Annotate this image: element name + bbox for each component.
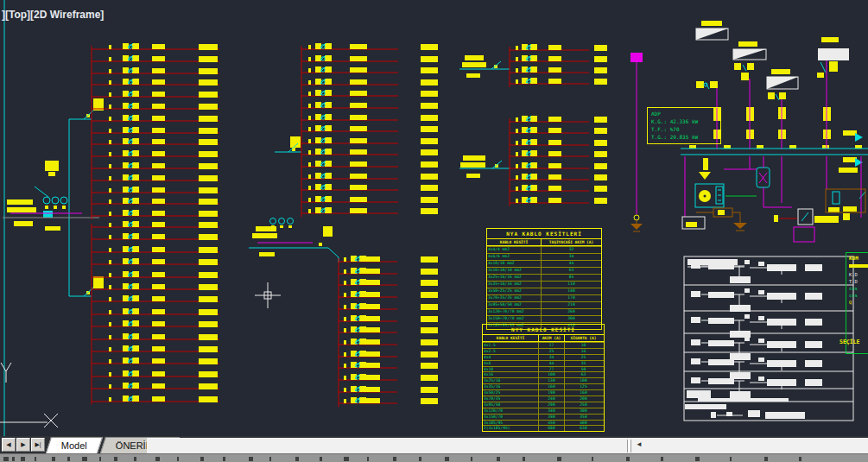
- table-row: 3x185/95450400: [483, 420, 604, 426]
- table-cell: 3x120/70: [483, 408, 538, 414]
- clipped-command-text: [497, 457, 500, 461]
- crosshair-cursor[interactable]: [255, 282, 281, 308]
- table-row: 4x43425: [483, 354, 604, 360]
- tab-scroll-button[interactable]: ▶|: [31, 438, 45, 452]
- komp-line: K.D: [849, 271, 868, 278]
- clipped-command-text: [661, 457, 663, 461]
- table-row: 3x95/50290250: [483, 402, 604, 408]
- table-row: 4x107750: [483, 366, 604, 372]
- ucs-icon: [0, 363, 58, 427]
- panel-dp-right-bottom: [510, 116, 607, 206]
- komp-line: cos: [849, 292, 868, 299]
- clipped-command-text: [557, 457, 561, 461]
- table-row: 3x95+50/50 mm2210: [487, 301, 601, 308]
- clipped-command-text: [12, 457, 15, 461]
- table-row: 3x16+10/10 mm263: [487, 267, 601, 274]
- table-cell: 170: [541, 295, 601, 301]
- table-cell: 3x35/16: [483, 384, 538, 389]
- table-cell: 3x16+10/10 mm2: [487, 268, 541, 274]
- clipped-command-text: [764, 457, 768, 461]
- clipped-command-text: [393, 457, 396, 461]
- clipped-command-text: [155, 457, 160, 461]
- table-row: 4x1610063: [483, 371, 604, 377]
- table-row: 3x150+70/70 mm2300: [487, 315, 601, 322]
- table-cell: 16: [564, 349, 602, 354]
- scrollbar-thumb-edge[interactable]: [627, 440, 631, 453]
- table-row: 3x120/70340300: [483, 408, 604, 414]
- panel-dp-right-top: [510, 44, 607, 87]
- table-cell: 630: [564, 426, 602, 431]
- table-row: 3x35+16/16 mm2110: [487, 281, 601, 288]
- table-row: 3x50+25/25 mm2140: [487, 288, 601, 294]
- table-cell: 35: [564, 361, 602, 366]
- table-cell: 390: [538, 415, 564, 420]
- table-cell: 300: [564, 408, 602, 414]
- table-cell: 210: [541, 302, 601, 308]
- table-cell: 4x4: [483, 355, 538, 360]
- clipped-command-text: [344, 457, 349, 461]
- cable-table-nyy: NYY KABLO KESİTİ KABLO KESİTİAKIM (A)SİG…: [482, 324, 605, 432]
- clipped-command-text: [445, 457, 449, 461]
- cable-table-nya: NYA KABLO KESİTLERİ KABLO KESİTİTAŞIYACA…: [486, 228, 602, 330]
- table-cell: 350: [564, 415, 602, 420]
- viewport-label[interactable]: ][Top][2D Wireframe]: [2, 9, 104, 21]
- table-cell: 4x2.5: [483, 349, 538, 354]
- table-cell: 250: [564, 402, 602, 408]
- table-header: KABLO KESİTİTAŞIYACAĞI AKIM (A): [487, 239, 601, 246]
- table-cell: 4x6: [483, 361, 538, 366]
- clipped-command-text: [114, 457, 117, 461]
- table-cell: 10: [564, 343, 602, 348]
- table-row: 4x6/6 mm234: [487, 253, 601, 260]
- table-cell: 77: [538, 367, 564, 372]
- table-cell: 240: [538, 396, 564, 402]
- clipped-command-text: [367, 457, 369, 461]
- table-cell: 3x70/35: [483, 396, 538, 402]
- table-header: KABLO KESİTİAKIM (A)SİGORTA (A): [483, 335, 604, 342]
- clipped-command-text: [21, 457, 25, 461]
- tab-nav-buttons: ◀▶▶|: [2, 438, 45, 452]
- table-header-cell: AKIM (A): [538, 335, 564, 341]
- table-row: 3x70+35/35 mm2170: [487, 294, 601, 301]
- command-line-strip[interactable]: [0, 453, 868, 462]
- adp-line: K.G.: 42.336 kW: [651, 117, 720, 125]
- table-cell: 400: [564, 421, 602, 426]
- komp-line: cos: [849, 285, 868, 292]
- table-row: 3x25+16/16 mm285: [487, 274, 601, 281]
- table-cell: 85: [541, 275, 601, 281]
- horizontal-scrollbar[interactable]: ◄: [147, 438, 868, 453]
- table-cell: 680: [538, 426, 564, 431]
- scroll-left-arrow-icon[interactable]: ◄: [636, 440, 643, 448]
- tab-scroll-button[interactable]: ▶: [16, 438, 30, 452]
- table-cell: 110: [541, 282, 601, 288]
- drawing-area[interactable]: ][Top][2D Wireframe] ADP K.G.: 42.336 kW…: [0, 0, 868, 436]
- table-cell: 3x95+50/50 mm2: [487, 302, 541, 308]
- adp-line: T.G.: 29.835 kW: [651, 133, 720, 141]
- table-cell: 160: [538, 384, 564, 389]
- table-cell: 140: [541, 288, 601, 294]
- tab-model[interactable]: Model: [46, 437, 103, 453]
- table-cell: 25: [564, 355, 602, 360]
- table-row: 3x120+70/70 mm2260: [487, 308, 601, 315]
- table-row: 4x10/10 mm244: [487, 260, 601, 267]
- clipped-command-text: [695, 457, 700, 461]
- table-cell: 4x1.5: [483, 343, 538, 348]
- clipped-command-text: [82, 457, 87, 461]
- table-row: 3x70/35240200: [483, 396, 604, 402]
- table-cell: 63: [541, 268, 601, 274]
- table-row: 3x50/25190160: [483, 389, 604, 396]
- clipped-command-text: [471, 457, 472, 461]
- table-cell: 34: [541, 254, 601, 260]
- table-row: 3x25/16130100: [483, 377, 604, 383]
- table-cell: 3x50+25/25 mm2: [487, 288, 541, 294]
- table-body: 4x1.517104x2.525164x434254x644354x107750…: [483, 342, 604, 431]
- clipped-command-text: [52, 457, 55, 461]
- table-cell: 32: [541, 247, 601, 253]
- table-cell: 160: [564, 390, 602, 396]
- table-cell: 34: [538, 355, 564, 360]
- legend-schedule-box: [684, 256, 853, 421]
- clipped-command-text: [523, 457, 525, 461]
- clipped-command-text: [592, 457, 593, 461]
- komp-divider-bar: [849, 264, 868, 268]
- clipped-command-text: [419, 457, 421, 461]
- tab-scroll-button[interactable]: ◀: [2, 438, 16, 452]
